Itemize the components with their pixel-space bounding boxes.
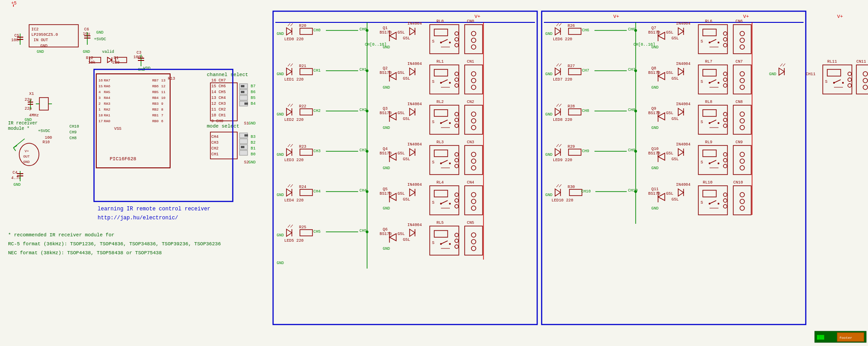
- svg-text:BS170: BS170: [380, 151, 392, 156]
- svg-text:BS170: BS170: [380, 30, 392, 35]
- svg-point-222: [440, 82, 442, 84]
- svg-text:Q9: Q9: [651, 107, 656, 111]
- svg-point-579: [833, 82, 835, 84]
- svg-text:+5VDC: +5VDC: [94, 37, 107, 42]
- svg-text:CH2: CH2: [313, 109, 321, 113]
- svg-text:BS170: BS170: [648, 30, 660, 35]
- svg-text:CH3: CH3: [313, 149, 321, 154]
- svg-text:14 CH5: 14 CH5: [211, 90, 226, 94]
- svg-text:B4: B4: [251, 102, 256, 106]
- svg-text:13 CH4: 13 CH4: [211, 96, 226, 100]
- svg-text:G5L: G5L: [671, 117, 679, 121]
- svg-text:GND: GND: [383, 85, 390, 90]
- svg-rect-88: [239, 95, 248, 100]
- svg-text:G5L: G5L: [398, 192, 405, 196]
- svg-text:CN4: CN4: [467, 180, 474, 185]
- svg-point-223: [449, 82, 451, 84]
- svg-text:RL4: RL4: [436, 180, 444, 185]
- svg-text:CH7: CH7: [628, 68, 635, 72]
- svg-text:G5L: G5L: [666, 111, 673, 115]
- svg-rect-92: [244, 103, 248, 105]
- svg-text:R21: R21: [299, 64, 306, 68]
- svg-text:CN10: CN10: [733, 180, 743, 185]
- svg-point-557: [709, 203, 710, 205]
- svg-text:G5L: G5L: [403, 197, 410, 202]
- svg-text:11: 11: [161, 90, 166, 94]
- svg-text:CH4: CH4: [313, 189, 321, 194]
- svg-text:IN4004: IN4004: [407, 183, 422, 187]
- svg-text:RA7: RA7: [104, 78, 111, 82]
- svg-text:CH2: CH2: [211, 146, 218, 151]
- svg-point-259: [440, 122, 442, 124]
- svg-text:V+: V+: [837, 14, 843, 19]
- svg-text:RA6: RA6: [104, 84, 111, 88]
- svg-text:GND: GND: [545, 32, 552, 36]
- svg-text:▓▓▓: ▓▓▓: [817, 335, 825, 340]
- svg-text:LED5 220: LED5 220: [284, 239, 304, 243]
- svg-text:G5L: G5L: [398, 232, 405, 236]
- svg-text:CN6: CN6: [735, 19, 743, 24]
- svg-text:CH1: CH1: [313, 68, 321, 73]
- svg-text:X1: X1: [29, 92, 34, 96]
- svg-text:CH9: CH9: [628, 148, 635, 153]
- svg-text:G5L: G5L: [671, 197, 679, 202]
- svg-text:CN11: CN11: [856, 60, 866, 64]
- svg-text:Q6: Q6: [383, 227, 388, 232]
- svg-text:B2: B2: [251, 141, 256, 145]
- svg-text:GND: GND: [40, 44, 47, 48]
- svg-text:RL5: RL5: [436, 221, 444, 225]
- svg-text:V+: V+: [475, 14, 480, 19]
- svg-point-603: [366, 190, 368, 193]
- svg-text:LED6 220: LED6 220: [553, 37, 572, 42]
- svg-text:VDD: VDD: [143, 66, 150, 71]
- svg-text:15 CH6: 15 CH6: [211, 84, 226, 89]
- svg-text:CH1: CH1: [211, 152, 218, 157]
- svg-text:RL11: RL11: [827, 60, 837, 64]
- svg-text:GND: GND: [651, 166, 658, 171]
- svg-text:10 CH1: 10 CH1: [211, 113, 226, 118]
- svg-text:RB5: RB5: [152, 90, 159, 94]
- svg-text:7: 7: [161, 113, 163, 117]
- svg-text:R1: R1: [114, 56, 119, 60]
- svg-text:BS170: BS170: [648, 71, 660, 75]
- svg-text:GND: GND: [545, 72, 552, 77]
- svg-text:GND: GND: [277, 153, 284, 157]
- svg-text:GND: GND: [83, 50, 90, 54]
- svg-point-184: [440, 42, 442, 43]
- svg-text:Q2: Q2: [383, 66, 388, 71]
- svg-point-601: [366, 110, 368, 112]
- svg-text:GND: GND: [13, 183, 21, 187]
- svg-text:GND: GND: [545, 112, 552, 117]
- svg-text:GND: GND: [37, 50, 44, 54]
- svg-text:LED4 220: LED4 220: [284, 198, 304, 203]
- svg-text:S: S: [432, 80, 434, 84]
- svg-text:CH2: CH2: [359, 108, 367, 112]
- svg-text:B5: B5: [251, 96, 256, 100]
- svg-text:valid: valid: [102, 50, 114, 54]
- svg-text:9 CH0: 9 CH0: [211, 119, 223, 124]
- svg-text:G5L: G5L: [671, 157, 679, 162]
- svg-text:G5L: G5L: [671, 77, 679, 81]
- svg-text:IN4004: IN4004: [407, 142, 422, 147]
- svg-text:CH8: CH8: [69, 136, 77, 141]
- svg-text:IR receiver: IR receiver: [8, 121, 38, 126]
- svg-text:RL6: RL6: [705, 19, 712, 24]
- svg-text:GND: GND: [651, 206, 658, 211]
- svg-point-605: [634, 29, 637, 32]
- svg-text:C4: C4: [13, 171, 17, 175]
- svg-text:RB0: RB0: [152, 119, 159, 123]
- svg-text:Q11: Q11: [651, 187, 658, 192]
- svg-text:CH10: CH10: [69, 124, 79, 129]
- svg-text:GND: GND: [769, 72, 776, 77]
- svg-text:GND: GND: [248, 121, 256, 126]
- svg-text:RA0: RA0: [104, 119, 111, 123]
- svg-text:Q10: Q10: [651, 147, 658, 151]
- svg-text:G5L: G5L: [666, 151, 673, 156]
- svg-point-296: [440, 162, 442, 164]
- svg-text:RA4: RA4: [104, 96, 111, 100]
- svg-text:6: 6: [161, 119, 163, 123]
- svg-text:16: 16: [98, 78, 103, 82]
- svg-text:LED2 220: LED2 220: [284, 118, 304, 122]
- svg-text:RL0: RL0: [436, 19, 444, 24]
- svg-text:S: S: [701, 201, 703, 205]
